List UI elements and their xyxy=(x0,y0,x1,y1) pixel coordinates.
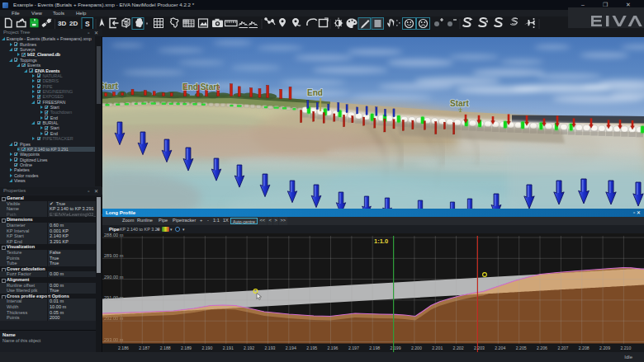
svg-text:293.00 m: 293.00 m xyxy=(104,336,124,341)
svg-text:S: S xyxy=(85,20,90,28)
svg-text:292.00 m: 292.00 m xyxy=(104,316,124,321)
svg-text:End: End xyxy=(307,88,323,97)
svg-text:2D: 2D xyxy=(69,20,78,27)
svg-text:Start: Start xyxy=(102,82,118,91)
svg-text:End Start: End Start xyxy=(182,82,220,92)
svg-text:Start: Start xyxy=(450,99,469,108)
svg-text:291.00 m: 291.00 m xyxy=(104,294,124,299)
svg-text:3D: 3D xyxy=(58,20,66,27)
svg-text:290.00 m: 290.00 m xyxy=(104,274,124,279)
svg-text:1:1.0: 1:1.0 xyxy=(374,237,388,244)
svg-text:289.00 m: 289.00 m xyxy=(104,253,124,258)
svg-text:288.00 m: 288.00 m xyxy=(104,233,124,237)
